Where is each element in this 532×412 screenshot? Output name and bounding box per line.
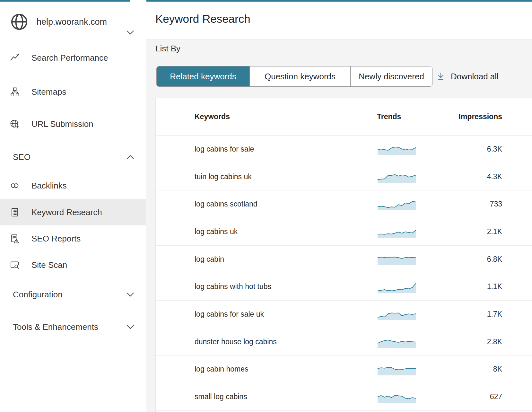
trend-sparkline xyxy=(377,143,416,155)
sidebar-item-seo-reports[interactable]: SEO Reports xyxy=(0,228,146,249)
trend-sparkline xyxy=(377,308,416,320)
sidebar-divider xyxy=(0,41,146,41)
sidebar-item-search-performance[interactable]: Search Performance xyxy=(0,48,146,68)
impressions-value: 6.8K xyxy=(416,255,532,264)
keyword-cell: log cabin homes xyxy=(156,365,377,373)
trend-up-icon xyxy=(10,53,20,63)
document-list-icon xyxy=(10,207,20,217)
sidebar-item-label: Site Scan xyxy=(31,260,67,270)
table-row[interactable]: log cabins uk 2.1K xyxy=(156,218,532,246)
trend-sparkline xyxy=(377,280,416,293)
keyword-cell: log cabins with hot tubs xyxy=(156,282,377,291)
table-row[interactable]: dunster house log cabins 2.8K xyxy=(156,328,532,356)
sidebar-group-label: Configuration xyxy=(13,290,63,300)
list-by-label: List By xyxy=(155,44,180,54)
browser-search-icon xyxy=(10,260,20,270)
sparkline-chart xyxy=(377,335,416,348)
download-icon xyxy=(436,72,446,81)
trend-sparkline xyxy=(377,198,416,211)
sidebar-item-label: SEO Reports xyxy=(31,234,81,244)
page-title: Keyword Research xyxy=(155,13,250,25)
chevron-down-icon[interactable] xyxy=(125,289,136,300)
keyword-cell: small log cabins xyxy=(156,392,377,401)
site-selector[interactable]: help.woorank.com xyxy=(0,12,146,32)
column-header-trends: Trends xyxy=(377,112,416,121)
keyword-cell: log cabins scotland xyxy=(156,200,377,208)
sidebar-group-tools-enhancements[interactable]: Tools & Enhancements xyxy=(0,317,146,337)
sidebar-group-label: Tools & Enhancements xyxy=(13,322,98,332)
sidebar-item-label: Search Performance xyxy=(31,53,108,63)
sparkline-chart xyxy=(377,143,416,155)
trend-sparkline xyxy=(377,363,416,376)
column-header-keywords: Keywords xyxy=(156,112,377,121)
sparkline-chart xyxy=(377,308,416,320)
impressions-value: 2.1K xyxy=(416,227,532,236)
keyword-cell: dunster house log cabins xyxy=(156,337,377,346)
impressions-value: 733 xyxy=(416,200,532,208)
sidebar-item-label: Backlinks xyxy=(31,181,67,191)
table-header-row: Keywords Trends Impressions xyxy=(156,98,532,136)
globe-add-icon xyxy=(10,119,20,129)
trend-sparkline xyxy=(377,170,416,183)
sidebar-item-label: Keyword Research xyxy=(31,207,102,217)
download-all-label: Download all xyxy=(451,72,499,82)
impressions-value: 6.3K xyxy=(416,145,532,153)
table-row[interactable]: small log cabins 627 xyxy=(156,383,532,411)
impressions-value: 4.3K xyxy=(416,172,532,181)
chevron-down-icon[interactable] xyxy=(125,27,136,38)
keyword-cell: log cabins for sale uk xyxy=(156,310,377,319)
table-body: log cabins for sale 6.3K tuin log cabins… xyxy=(156,136,532,411)
keyword-cell: log cabin xyxy=(156,255,377,264)
keywords-table: Keywords Trends Impressions log cabins f… xyxy=(155,98,532,412)
impressions-value: 627 xyxy=(416,392,532,401)
keyword-cell: log cabins uk xyxy=(156,227,377,236)
sidebar-item-label: Sitemaps xyxy=(31,87,66,97)
sidebar-group-label: SEO xyxy=(13,152,31,162)
sidebar-group-configuration[interactable]: Configuration xyxy=(0,284,146,305)
table-row[interactable]: log cabins for sale 6.3K xyxy=(156,136,532,163)
trend-sparkline xyxy=(377,225,416,238)
keyword-cell: log cabins for sale xyxy=(156,145,377,153)
sidebar-item-site-scan[interactable]: Site Scan xyxy=(0,255,146,275)
table-row[interactable]: log cabins with hot tubs 1.1K xyxy=(156,273,532,301)
sparkline-chart xyxy=(377,253,416,266)
site-name: help.woorank.com xyxy=(37,17,107,27)
page-header: Keyword Research xyxy=(146,2,532,39)
table-row[interactable]: log cabins for sale uk 1.7K xyxy=(156,301,532,328)
sparkline-chart xyxy=(377,198,416,211)
tab-question-keywords[interactable]: Question keywords xyxy=(249,66,350,86)
table-row[interactable]: log cabin 6.8K xyxy=(156,246,532,273)
sidebar-item-url-submission[interactable]: URL Submission xyxy=(0,114,146,134)
list-by-tab-group: Related keywords Question keywords Newly… xyxy=(156,66,432,87)
chevron-up-icon[interactable] xyxy=(125,152,136,162)
report-warning-icon xyxy=(10,233,20,244)
sparkline-chart xyxy=(377,225,416,238)
tab-related-keywords[interactable]: Related keywords xyxy=(157,66,249,86)
link-icon xyxy=(10,180,20,191)
trend-sparkline xyxy=(377,335,416,348)
trend-sparkline xyxy=(377,253,416,266)
download-all-button[interactable]: Download all xyxy=(436,66,499,87)
sidebar-item-sitemaps[interactable]: Sitemaps xyxy=(0,82,146,102)
table-row[interactable]: tuin log cabins uk 4.3K xyxy=(156,163,532,191)
impressions-value: 8K xyxy=(416,365,532,373)
impressions-value: 1.7K xyxy=(416,310,532,319)
sidebar-item-backlinks[interactable]: Backlinks xyxy=(0,175,146,196)
chevron-down-icon[interactable] xyxy=(125,321,136,332)
globe-icon xyxy=(10,13,28,31)
table-row[interactable]: log cabin homes 8K xyxy=(156,356,532,383)
sidebar: help.woorank.com Search Performance Site… xyxy=(0,2,146,412)
sitemap-icon xyxy=(10,87,20,97)
column-header-impressions: Impressions xyxy=(416,112,532,121)
impressions-value: 1.1K xyxy=(416,282,532,291)
table-row[interactable]: log cabins scotland 733 xyxy=(156,190,532,218)
tab-newly-discovered[interactable]: Newly discovered xyxy=(350,66,432,86)
sparkline-chart xyxy=(377,170,416,183)
impressions-value: 2.8K xyxy=(416,337,532,346)
sparkline-chart xyxy=(377,280,416,293)
sidebar-item-label: URL Submission xyxy=(31,119,93,129)
sparkline-chart xyxy=(377,363,416,376)
trend-sparkline xyxy=(377,390,416,403)
sidebar-group-seo[interactable]: SEO xyxy=(0,147,146,167)
sidebar-item-keyword-research[interactable]: Keyword Research xyxy=(0,199,146,225)
